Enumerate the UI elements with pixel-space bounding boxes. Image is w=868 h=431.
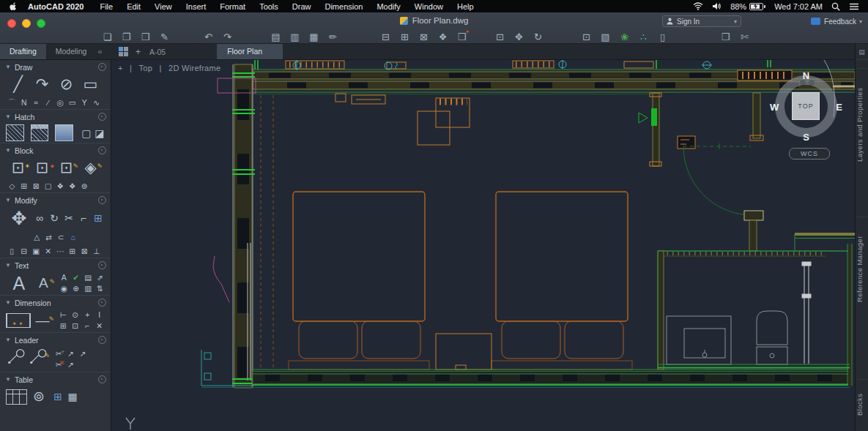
erase-icon[interactable]: ▯ [6,246,18,256]
edit-block-icon[interactable]: ⊡✎ [54,158,78,177]
multileader-icon[interactable] [6,348,28,370]
text-scale-icon[interactable]: ⊕ [70,284,83,293]
menubar-clock[interactable]: Wed 7:02 AM [774,2,823,11]
revision-cloud-icon[interactable]: ∿ [91,97,103,108]
menu-window[interactable]: Window [415,2,443,11]
paste-icon[interactable]: ❒ [719,31,732,42]
polygon-icon[interactable]: ▭ [67,97,79,108]
viewcube-south[interactable]: S [803,132,809,143]
block-editor-icon[interactable]: ⊡ [580,31,593,42]
text-export-icon[interactable]: ⇗ [94,273,107,282]
casework[interactable] [335,94,470,145]
attribute-icon[interactable]: ◇ [6,181,18,191]
sheet-label[interactable]: A-05 [145,44,171,59]
menu-format[interactable]: Format [220,2,245,11]
trim-icon[interactable]: ✂ [62,211,76,225]
insert-view-icon[interactable]: ▧ [599,31,612,42]
dimension-style-icon[interactable]: —✎ [31,311,54,330]
leader-style-icon[interactable]: ↗ [65,360,78,370]
section-options-icon[interactable] [98,261,106,269]
base-point-icon[interactable]: ▢ [42,181,55,191]
block-link-icon[interactable]: ⊠ [30,181,42,191]
bed-1[interactable] [289,192,429,370]
left-wall[interactable] [232,64,255,388]
tolerance-icon[interactable]: ⊡ [70,321,82,331]
save-icon[interactable]: ❒ [139,31,152,42]
zoom-window-icon[interactable]: ⊡ [494,31,506,42]
section-header-modify[interactable]: ▼Modify [0,193,111,206]
floor-plan-drawing[interactable] [111,60,855,431]
array-icon[interactable]: ⊞ [91,211,105,225]
data-link-icon[interactable]: ∴ [637,31,650,42]
section-header-text[interactable]: ▼Text [0,258,111,271]
line-icon[interactable]: ╱ [6,75,30,94]
tab-floor-plan[interactable]: Floor Plan [217,44,283,59]
spline-icon[interactable]: N [18,97,31,108]
viewcube-west[interactable]: W [770,101,779,112]
visual-style-control[interactable]: 2D Wireframe [168,64,220,72]
window-wall[interactable] [201,350,850,388]
join-icon[interactable]: ⊥ [91,246,103,256]
ray-icon[interactable]: ∕ [42,97,55,108]
count-icon[interactable]: ⊚ [78,181,91,191]
add-leader-icon[interactable]: ✂+ [53,349,65,359]
remove-leader-icon[interactable]: ✂✕ [53,360,65,370]
justify-text-icon[interactable]: ▥ [82,284,94,293]
wblock-icon[interactable]: ❖ [54,181,67,191]
section-options-icon[interactable] [98,336,106,344]
create-block-icon[interactable]: ⊡● [30,158,54,177]
block-sync-icon[interactable]: ⊞ [18,181,31,191]
viewcube-east[interactable]: E [836,101,842,112]
collapse-tabs-icon[interactable]: « [96,44,103,59]
table-icon[interactable] [6,389,27,405]
block-import-icon[interactable]: ❖ [67,181,79,191]
viewcube-top-face[interactable]: TOP [792,92,820,120]
page-setup-icon[interactable]: ▦ [308,31,320,42]
export-icon[interactable]: ⊞ [398,31,411,42]
save-as-icon[interactable]: ✎ [158,31,171,42]
new-file-icon[interactable]: ❏ [101,31,114,42]
tab-modeling[interactable]: Modeling [46,44,97,59]
delete-duplicates-icon[interactable]: ✕ [42,246,55,256]
data-link-table-icon[interactable]: ⊚ [27,387,51,406]
sidebar-tab-layers-and-properties[interactable]: Layers and Properties [856,77,868,172]
explode-icon[interactable]: ⌂ [67,232,80,242]
view-control[interactable]: Top [138,64,152,72]
menu-edit[interactable]: Edit [127,2,141,11]
section-header-leader[interactable]: ▼Leader [0,333,111,345]
xref-refresh-icon[interactable]: ❀ [618,31,631,42]
export-table-icon[interactable]: ▦ [65,389,80,404]
bed-2[interactable] [492,192,632,370]
hatch-tool-icon[interactable]: ◪ [93,126,106,140]
section-options-icon[interactable] [98,113,106,121]
notification-center-icon[interactable] [849,3,859,10]
app-name[interactable]: AutoCAD 2020 [28,2,84,11]
insert-block-icon[interactable]: ⊡✶ [6,158,30,177]
attach-reference-icon[interactable]: ⊠ [418,31,430,42]
section-options-icon[interactable] [98,146,106,154]
sign-in-dropdown[interactable]: Sign In ▾ [662,15,741,27]
publish-icon[interactable]: ❒● [456,31,468,42]
undo-icon[interactable]: ↶ [202,31,215,42]
wcs-dropdown[interactable]: WCS [789,148,830,160]
text-style-icon[interactable]: A [58,273,70,282]
rotate-icon[interactable]: ↻ [47,211,62,225]
plot-icon[interactable]: ▥ [289,31,301,42]
menu-draw[interactable]: Draw [292,2,311,11]
move-icon[interactable]: ✥ [6,208,32,228]
layout-grid-icon[interactable] [119,47,128,56]
text-import-icon[interactable]: ⇅ [94,284,107,293]
text-columns-icon[interactable]: ▤ [82,273,94,282]
quick-dimension-icon[interactable]: ⊞ [57,321,70,331]
spotlight-search-icon[interactable] [831,2,840,11]
print-icon[interactable]: ▤ [270,31,282,42]
match-properties-icon[interactable]: ✄ [738,31,751,42]
section-header-block[interactable]: ▼Block [0,143,111,156]
ordinate-icon[interactable]: + [81,310,94,320]
break-icon[interactable]: ⊠ [78,246,91,256]
redo-icon[interactable]: ↷ [221,31,234,42]
section-header-table[interactable]: ▼Table [0,372,111,385]
sheet-set-icon[interactable]: ▯ [656,31,669,42]
section-header-draw[interactable]: ▼Draw [0,60,111,72]
edit-text-icon[interactable]: A✎ [31,274,55,293]
